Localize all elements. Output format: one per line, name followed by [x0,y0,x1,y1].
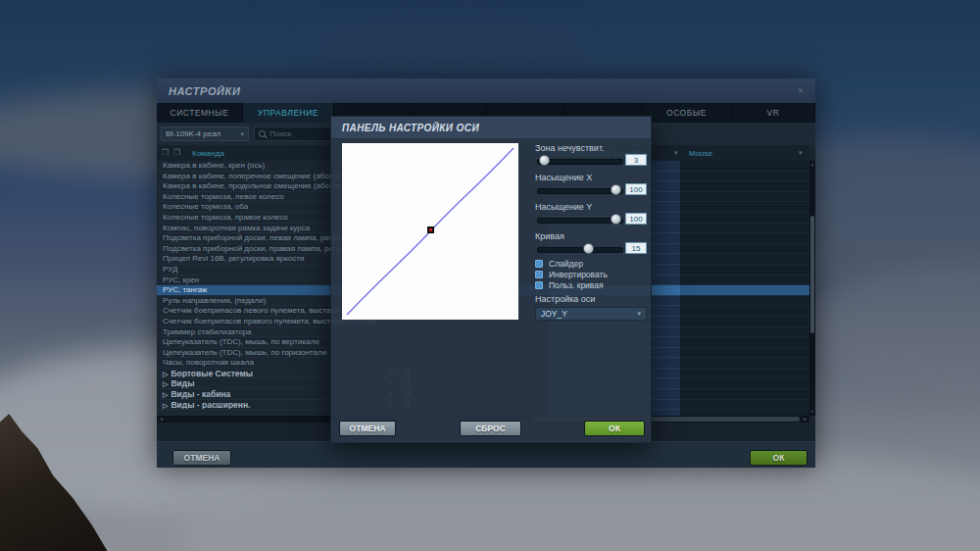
mouse-cell[interactable] [680,400,809,411]
group-expand-icon[interactable]: ▷ [163,391,168,398]
slider-saturation-x: Насыщение X100 [535,171,647,200]
dialog-titlebar: ПАНЕЛЬ НАСТРОЙКИ ОСИ [331,117,651,138]
slider-value-field[interactable]: 3 [625,154,647,166]
slider-track[interactable] [537,247,623,253]
chevron-down-icon: ▾ [637,310,641,318]
mouse-cell[interactable] [680,317,809,327]
tab-vr[interactable]: VR [732,103,815,123]
checkbox-row-invert[interactable]: Инвертировать [535,269,608,279]
checkbox-label: Слайдер [549,259,583,269]
screen: НАСТРОЙКИ × СИСТЕМНЫЕУПРАВЛЕНИЕОСОБЫЕVR … [0,0,980,551]
mouse-cell[interactable] [680,202,809,213]
mouse-cell[interactable] [680,265,809,276]
slider-track[interactable] [537,159,623,165]
dialog-title: ПАНЕЛЬ НАСТРОЙКИ ОСИ [342,123,479,133]
checkbox-label: Инвертировать [549,270,608,279]
scroll-up-icon[interactable]: ▲ [809,162,815,168]
mouse-cell[interactable] [680,358,809,369]
checkbox-row-custom-curve[interactable]: Польз. кривая [535,279,608,290]
mouse-cell[interactable] [680,161,809,172]
slider-thumb[interactable] [611,214,621,225]
expand-all-icon[interactable]: ❐ [173,149,180,157]
column-header-mouse[interactable]: Mouse [689,149,712,158]
group-expand-icon[interactable]: ▷ [163,402,168,409]
slider-value-field[interactable]: 15 [625,242,647,254]
slider-label: Кривая [535,231,564,241]
chevron-down-icon[interactable]: ▾ [674,149,678,157]
mouse-cell[interactable] [680,296,809,307]
mouse-cell[interactable] [680,172,809,182]
dialog-reset-button[interactable]: СБРОС [460,421,521,436]
mouse-cell[interactable] [680,306,809,317]
mouse-cell[interactable] [680,213,809,224]
slider-label: Насыщение Y [535,202,592,212]
vertical-scroll-thumb[interactable] [810,216,814,333]
slider-thumb[interactable] [611,184,621,195]
mouse-cell[interactable] [680,327,809,338]
chevron-down-icon: ▾ [240,130,244,138]
mouse-cell[interactable] [680,285,809,296]
slider-value-field[interactable]: 100 [625,183,647,195]
axis-select-value: JOY_Y [541,309,567,319]
curve-point-handle[interactable] [427,226,434,233]
slider-label: Насыщение X [535,173,592,182]
mouse-cell[interactable] [680,181,809,192]
collapse-all-icon[interactable]: ❐ [162,149,169,157]
mouse-cell[interactable] [680,369,809,379]
axis-select-dropdown[interactable]: JOY_Y ▾ [535,307,647,321]
window-titlebar: НАСТРОЙКИ × [157,78,815,103]
axis-settings-dialog: ПАНЕЛЬ НАСТРОЙКИ ОСИ Зона нечувствит.3На… [330,116,652,443]
mouse-cell[interactable] [680,224,809,234]
mouse-cell[interactable] [680,254,809,265]
dialog-ok-button[interactable]: ОК [584,421,645,436]
close-icon[interactable]: × [798,85,804,96]
checkbox-group: СлайдерИнвертироватьПольз. кривая [535,258,608,290]
mouse-cell[interactable] [680,348,809,359]
mouse-cell[interactable] [680,378,809,389]
group-expand-icon[interactable]: ▷ [163,380,168,387]
checkbox-custom-curve[interactable] [535,281,543,289]
preset-dropdown[interactable]: Bf-109K-4 реал ▾ [161,126,249,141]
mouse-cell[interactable] [680,192,809,203]
checkbox-row-slider-mode[interactable]: Слайдер [535,258,608,269]
scroll-down-icon[interactable]: ▼ [809,409,815,415]
column-header-command[interactable]: Команда [192,149,224,158]
response-curve-graph[interactable] [342,143,518,320]
chevron-down-icon[interactable]: ▾ [799,149,803,157]
cancel-button[interactable]: ОТМЕНА [172,450,231,466]
preset-value: Bf-109K-4 реал [166,129,220,138]
search-icon [259,130,266,137]
tab-systems[interactable]: СИСТЕМНЫЕ [157,103,243,123]
scroll-right-icon[interactable]: ► [803,416,808,423]
checkbox-slider-mode[interactable] [535,260,543,268]
dialog-body: Зона нечувствит.3Насыщение X100Насыщение… [331,138,651,442]
slider-value-field[interactable]: 100 [625,213,647,225]
vertical-scrollbar[interactable]: ▲ ▼ [809,161,815,416]
tab-controls[interactable]: УПРАВЛЕНИЕ [243,103,334,123]
mouse-cell[interactable] [680,244,809,255]
ok-button[interactable]: ОК [750,450,808,466]
mouse-cell[interactable] [680,389,809,400]
slider-curve: Кривая15 [535,229,647,259]
slider-deadzone: Зона нечувствит.3 [535,141,647,171]
group-expand-icon[interactable]: ▷ [163,371,168,377]
mouse-cell[interactable] [680,276,809,286]
checkbox-invert[interactable] [535,271,543,278]
cloud [314,27,588,71]
mouse-cell[interactable] [680,337,809,348]
window-footer: ОТМЕНА ОК [157,441,815,468]
axis-select-label: Настройка оси [535,294,595,304]
mouse-cell[interactable] [680,233,809,244]
checkbox-label: Польз. кривая [549,280,604,290]
tab-special[interactable]: ОСОБЫЕ [642,103,732,123]
slider-label: Зона нечувствит. [535,143,605,153]
window-title: НАСТРОЙКИ [169,85,798,97]
slider-saturation-y: Насыщение Y100 [535,200,647,229]
dialog-cancel-button[interactable]: ОТМЕНА [339,421,396,436]
slider-thumb[interactable] [583,243,594,254]
scroll-left-icon[interactable]: ◄ [159,416,164,423]
